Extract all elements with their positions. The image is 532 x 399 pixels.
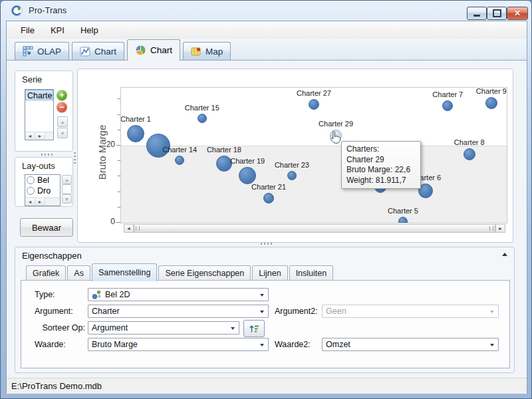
bubble-label: Charter 1 (120, 115, 166, 123)
serie-list-item[interactable]: Charte (25, 90, 53, 100)
tab-grafiek[interactable]: Grafiek (26, 265, 66, 281)
minimize-button[interactable] (467, 7, 487, 20)
tab-chart-pie-label: Chart (150, 45, 172, 55)
scroll-right-icon[interactable]: ► (495, 225, 505, 232)
chart-bubble[interactable] (263, 193, 274, 203)
layouts-list-hscrollbar[interactable]: ◄ ► (25, 198, 60, 205)
layout-option-label: Dro (37, 186, 51, 196)
sort-by-label: Sorteer Op: (21, 323, 85, 332)
type-select[interactable]: Bel 2D (88, 288, 269, 301)
bubble-label: Charter 7 (418, 90, 477, 98)
layout-option-label: Bel (37, 176, 49, 185)
argument2-select: Geen (322, 305, 499, 318)
chart-bubble[interactable] (287, 171, 297, 180)
scrollbar-grip[interactable] (136, 226, 140, 231)
pie-chart-icon (135, 45, 146, 56)
add-serie-button[interactable]: + (57, 90, 67, 100)
properties-panel: Eigenschappen Grafiek As Samenstelling S… (15, 247, 515, 373)
scroll-left-icon[interactable]: ◄ (25, 198, 35, 205)
properties-header[interactable]: Eigenschappen (15, 247, 514, 263)
save-layout-button[interactable]: Bewaar (20, 218, 73, 237)
bubble-label: Charter 8 (440, 138, 499, 146)
layouts-panel: Lay-outs Bel Dro Kl ◄ (15, 157, 73, 207)
y-minor-tick (118, 114, 120, 115)
tab-samenstelling-label: Samenstelling (98, 268, 151, 277)
tab-serie-eigenschappen[interactable]: Serie Eigenschappen (158, 265, 251, 281)
tab-samenstelling[interactable]: Samenstelling (92, 263, 158, 281)
tab-map[interactable]: Map (183, 42, 231, 60)
layouts-list[interactable]: Bel Dro Kl ◄ ► (25, 174, 61, 206)
maximize-icon (493, 9, 501, 17)
y-minor-tick (118, 160, 120, 161)
menu-file[interactable]: File (13, 23, 42, 37)
argument-select-value: Charter (92, 307, 120, 316)
scroll-left-icon[interactable]: ◄ (124, 225, 134, 232)
layout-option-bel[interactable]: Bel (25, 175, 60, 186)
app-logo-icon (11, 5, 23, 17)
chevron-down-icon (490, 311, 494, 313)
scrollbar-grip[interactable] (489, 226, 493, 231)
plot-area[interactable]: Charter 1Charter 14Charter 15Charter 18C… (120, 87, 507, 223)
minus-icon: − (59, 103, 64, 111)
waarde2-select-value: Omzet (326, 340, 350, 349)
major-gridline (121, 146, 507, 146)
y-minor-tick (118, 98, 120, 99)
sort-by-select[interactable]: Argument (88, 321, 239, 334)
layouts-scroll-thumb[interactable] (62, 184, 72, 194)
scroll-right-icon[interactable]: ► (35, 198, 45, 205)
chart-hscrollbar[interactable]: ◄ ► (124, 224, 505, 233)
scroll-left-icon[interactable]: ◄ (25, 132, 35, 139)
up-arrow-icon: ▲ (61, 120, 65, 124)
chart-bubble[interactable] (309, 99, 319, 110)
type-select-value: Bel 2D (105, 290, 130, 299)
waarde2-select[interactable]: Omzet (322, 338, 499, 351)
tab-chart-line[interactable]: Chart (72, 42, 124, 60)
sort-direction-button[interactable] (243, 320, 265, 337)
chart-container: Bruto Marge 020 Charter 1Charter 14Chart… (77, 68, 513, 243)
tab-lijnen[interactable]: Lijnen (252, 265, 287, 281)
tooltip-line: Bruto Marge: 22,6 (346, 165, 416, 176)
properties-splitter-grip[interactable] (261, 243, 273, 245)
chart-bubble[interactable] (198, 114, 207, 123)
tab-as[interactable]: As (67, 265, 90, 281)
argument-select[interactable]: Charter (88, 305, 269, 318)
waarde-select[interactable]: Bruto Marge (88, 338, 269, 351)
vertical-splitter-grip[interactable] (74, 152, 76, 164)
scroll-right-icon[interactable]: ► (35, 132, 45, 139)
window-frame: Pro-Trans ✕ File KPI Help (0, 0, 532, 399)
y-minor-tick (118, 192, 120, 192)
layouts-scroll-down-button[interactable]: ▼ (62, 194, 72, 203)
layout-option-dro[interactable]: Dro (25, 186, 60, 196)
layouts-scroll-up-button[interactable]: ▲ (62, 175, 72, 184)
sidebar-splitter-grip[interactable] (41, 154, 53, 156)
tab-as-label: As (74, 269, 84, 278)
chart-bubble[interactable] (464, 148, 475, 160)
serie-list[interactable]: Charte ◄ ► (25, 89, 54, 140)
tab-insluiten-label: Insluiten (296, 269, 327, 278)
chart-bubble[interactable] (127, 125, 144, 142)
tab-serie-eigenschappen-label: Serie Eigenschappen (165, 269, 244, 278)
y-tick-label: 20 (96, 140, 115, 149)
tab-insluiten[interactable]: Insluiten (289, 265, 334, 281)
tab-olap[interactable]: OLAP (15, 42, 69, 60)
chevron-down-icon (231, 327, 235, 330)
menu-help[interactable]: Help (73, 23, 106, 37)
close-button[interactable]: ✕ (507, 7, 528, 20)
move-up-button[interactable]: ▲ (57, 116, 68, 127)
type-label: Type: (35, 290, 55, 299)
chart-hscrollbar-thumb[interactable] (134, 225, 495, 232)
collapse-up-icon[interactable] (502, 253, 507, 256)
chart-bubble[interactable] (398, 217, 408, 223)
move-down-button[interactable]: ▼ (57, 128, 68, 138)
chevron-down-icon (260, 294, 264, 297)
serie-list-hscrollbar[interactable]: ◄ ► (25, 132, 53, 140)
radio-icon (27, 176, 35, 184)
chart-bubble[interactable] (442, 100, 453, 111)
maximize-button[interactable] (487, 7, 507, 20)
properties-tabs: Grafiek As Samenstelling Serie Eigenscha… (26, 263, 333, 281)
title-bar[interactable]: Pro-Trans ✕ (1, 1, 532, 21)
tab-chart-pie[interactable]: Chart (127, 39, 180, 61)
menu-kpi[interactable]: KPI (43, 23, 72, 37)
chart-bubble[interactable] (485, 97, 497, 109)
remove-serie-button[interactable]: − (57, 102, 67, 112)
